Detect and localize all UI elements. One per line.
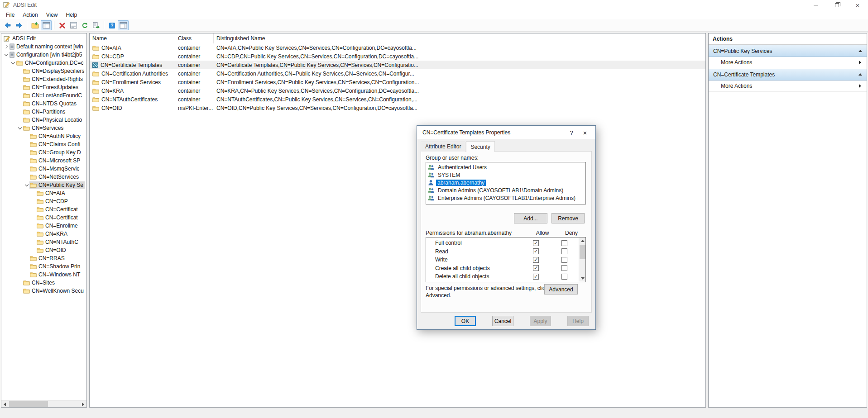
tree-item[interactable]: CN=Configuration,DC=c bbox=[1, 59, 86, 67]
scroll-up-arrow[interactable] bbox=[579, 238, 586, 244]
deny-checkbox[interactable] bbox=[561, 240, 567, 246]
group-list-item[interactable]: abraham.abernathy bbox=[426, 179, 585, 186]
list-row[interactable]: CN=CDPcontainerCN=CDP,CN=Public Key Serv… bbox=[90, 52, 705, 61]
list-row[interactable]: CN=AIAcontainerCN=AIA,CN=Public Key Serv… bbox=[90, 43, 705, 52]
toolbar-show-console-tree-button[interactable] bbox=[41, 20, 52, 30]
restore-button[interactable] bbox=[826, 0, 847, 10]
ok-button[interactable]: OK bbox=[455, 316, 476, 326]
group-list-item[interactable]: SYSTEM bbox=[426, 171, 585, 179]
tree-item[interactable]: CN=LostAndFoundC bbox=[1, 91, 86, 100]
scroll-down-arrow[interactable] bbox=[579, 275, 586, 282]
chevron-down-icon[interactable] bbox=[24, 183, 29, 187]
tree-item[interactable]: CN=Windows NT bbox=[1, 271, 86, 279]
tree-item[interactable]: CN=Public Key Se bbox=[1, 181, 86, 189]
chevron-down-icon[interactable] bbox=[10, 61, 16, 65]
tree-item[interactable]: CN=Group Key D bbox=[1, 148, 86, 157]
actions-section-header[interactable]: CN=Certificate Templates bbox=[709, 68, 867, 81]
chevron-down-icon[interactable] bbox=[17, 126, 23, 130]
toolbar-export-list-button[interactable] bbox=[91, 20, 101, 30]
more-actions-item[interactable]: More Actions bbox=[709, 57, 867, 68]
deny-checkbox[interactable] bbox=[561, 257, 567, 263]
tree-item[interactable]: CN=MsmqServic bbox=[1, 165, 86, 173]
deny-checkbox[interactable] bbox=[561, 274, 567, 280]
tree-item[interactable]: CN=OID bbox=[1, 246, 86, 254]
tree-item[interactable]: CN=Enrollme bbox=[1, 222, 86, 230]
tree-item[interactable]: CN=CDP bbox=[1, 197, 86, 205]
column-header-distinguished-name[interactable]: Distinguished Name bbox=[214, 33, 705, 43]
list-row[interactable]: CN=OIDmsPKI-Enter...CN=OID,CN=Public Key… bbox=[90, 104, 705, 112]
tree-item[interactable]: CN=NTAuthC bbox=[1, 238, 86, 246]
toolbar-show-action-pane-button[interactable] bbox=[118, 20, 129, 30]
cancel-button[interactable]: Cancel bbox=[492, 316, 513, 326]
tree-item[interactable]: Configuration [win-ti4bt2jb5 bbox=[1, 51, 86, 59]
tree-item[interactable]: CN=WellKnown Secu bbox=[1, 287, 86, 295]
tree-item[interactable]: CN=DisplaySpecifiers bbox=[1, 67, 86, 75]
add-button[interactable]: Add... bbox=[514, 213, 547, 223]
tree-item[interactable]: CN=Microsoft SP bbox=[1, 157, 86, 165]
tree-item[interactable]: CN=Certificat bbox=[1, 205, 86, 214]
dialog-help-button[interactable]: ? bbox=[565, 129, 578, 136]
list-row[interactable]: CN=NTAuthCertificatescontainerCN=NTAuthC… bbox=[90, 95, 705, 104]
minimize-button[interactable] bbox=[806, 0, 826, 10]
scroll-right-arrow[interactable] bbox=[80, 401, 86, 408]
tree-item[interactable]: CN=Partitions bbox=[1, 108, 86, 116]
toolbar-forward-button[interactable] bbox=[14, 20, 24, 30]
tree-item[interactable]: CN=Extended-Rights bbox=[1, 75, 86, 83]
menu-view[interactable]: View bbox=[42, 11, 62, 19]
menu-help[interactable]: Help bbox=[62, 11, 82, 19]
tree-item[interactable]: CN=NetServices bbox=[1, 173, 86, 181]
group-list-item[interactable]: Authenticated Users bbox=[426, 163, 585, 171]
toolbar-delete-button[interactable] bbox=[57, 20, 67, 30]
allow-checkbox[interactable]: ✓ bbox=[533, 248, 539, 254]
tree-item[interactable]: Default naming context [win bbox=[1, 43, 86, 51]
collapse-icon[interactable] bbox=[858, 50, 862, 52]
tree-item[interactable]: CN=AIA bbox=[1, 189, 86, 197]
toolbar-back-button[interactable] bbox=[2, 20, 13, 30]
actions-section-header[interactable]: CN=Public Key Services bbox=[709, 45, 867, 57]
list-row[interactable]: CN=Enrollment ServicescontainerCN=Enroll… bbox=[90, 78, 705, 86]
column-header-class[interactable]: Class bbox=[175, 33, 214, 43]
tree-horizontal-scrollbar[interactable] bbox=[1, 400, 86, 407]
tree-item[interactable]: CN=Claims Confi bbox=[1, 140, 86, 148]
chevron-right-icon[interactable] bbox=[3, 45, 9, 48]
toolbar-properties-button[interactable] bbox=[68, 20, 79, 30]
list-row[interactable]: CN=Certificate TemplatescontainerCN=Cert… bbox=[90, 61, 705, 69]
collapse-icon[interactable] bbox=[858, 73, 862, 76]
tree-item[interactable]: CN=Services bbox=[1, 124, 86, 132]
deny-checkbox[interactable] bbox=[561, 265, 567, 271]
group-list-item[interactable]: Enterprise Admins (CAYOSOFTLAB1\Enterpri… bbox=[426, 194, 585, 202]
list-row[interactable]: CN=Certification AuthoritiescontainerCN=… bbox=[90, 69, 705, 78]
column-header-name[interactable]: Name bbox=[90, 33, 175, 43]
group-list-item[interactable]: Domain Admins (CAYOSOFTLAB1\Domain Admin… bbox=[426, 186, 585, 194]
tree-item[interactable]: CN=RRAS bbox=[1, 254, 86, 262]
tree-item[interactable]: CN=ForestUpdates bbox=[1, 83, 86, 91]
dialog-close-button[interactable]: × bbox=[578, 129, 592, 137]
remove-button[interactable]: Remove bbox=[551, 213, 585, 223]
allow-checkbox[interactable]: ✓ bbox=[533, 274, 539, 280]
list-row[interactable]: CN=KRAcontainerCN=KRA,CN=Public Key Serv… bbox=[90, 86, 705, 95]
menu-file[interactable]: File bbox=[2, 11, 19, 19]
permissions-scrollbar[interactable] bbox=[579, 238, 585, 282]
more-actions-item[interactable]: More Actions bbox=[709, 81, 867, 92]
tree-item[interactable]: CN=Sites bbox=[1, 279, 86, 287]
tree-item[interactable]: CN=KRA bbox=[1, 230, 86, 238]
toolbar-refresh-button[interactable] bbox=[79, 20, 90, 30]
allow-checkbox[interactable]: ✓ bbox=[533, 257, 539, 263]
tab-attribute-editor[interactable]: Attribute Editor bbox=[421, 142, 465, 152]
scroll-left-arrow[interactable] bbox=[1, 401, 8, 408]
tree-item[interactable]: ADSI Edit bbox=[1, 34, 86, 43]
chevron-down-icon[interactable] bbox=[3, 53, 9, 57]
tree-item[interactable]: CN=Physical Locatio bbox=[1, 116, 86, 124]
menu-action[interactable]: Action bbox=[19, 11, 42, 19]
tab-security[interactable]: Security bbox=[466, 141, 494, 152]
scrollbar-thumb[interactable] bbox=[9, 401, 48, 407]
scrollbar-thumb[interactable] bbox=[580, 245, 585, 259]
tree-item[interactable]: CN=Shadow Prin bbox=[1, 262, 86, 271]
allow-checkbox[interactable]: ✓ bbox=[533, 265, 539, 271]
tree-item[interactable]: CN=NTDS Quotas bbox=[1, 100, 86, 108]
allow-checkbox[interactable]: ✓ bbox=[533, 240, 539, 246]
advanced-button[interactable]: Advanced bbox=[544, 284, 578, 294]
deny-checkbox[interactable] bbox=[561, 248, 567, 254]
toolbar-up-level-button[interactable] bbox=[29, 20, 40, 30]
toolbar-help-button[interactable]: ? bbox=[106, 20, 117, 30]
